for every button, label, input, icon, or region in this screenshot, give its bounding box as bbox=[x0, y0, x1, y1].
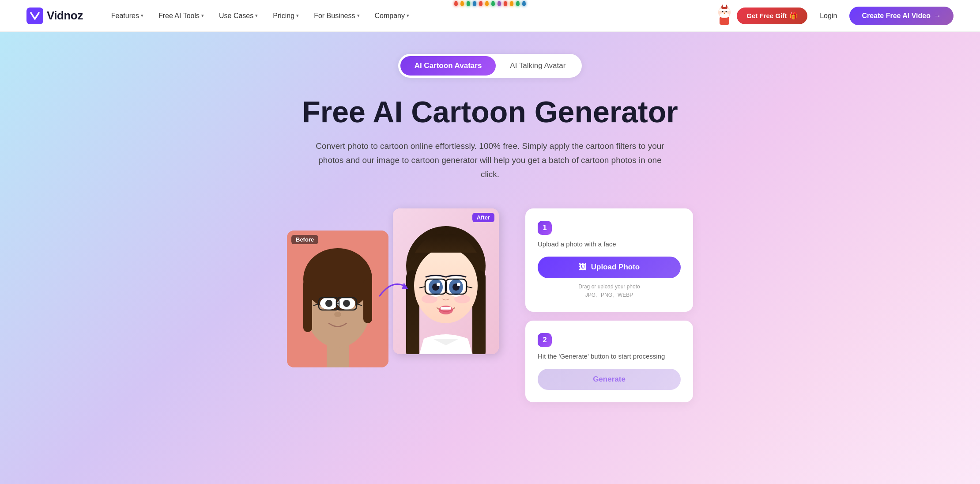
before-face-svg bbox=[287, 231, 388, 367]
create-ai-video-button[interactable]: Create Free AI Video → bbox=[849, 7, 954, 25]
chevron-down-icon: ▾ bbox=[296, 13, 299, 19]
svg-point-18 bbox=[325, 300, 332, 307]
before-after-container: Before bbox=[287, 208, 499, 367]
xmas-light-10 bbox=[516, 1, 520, 6]
upload-hint: Drag or upload your photo JPG、PNG、WEBP bbox=[538, 283, 681, 299]
tabs-container: AI Cartoon Avatars AI Talking Avatar bbox=[398, 54, 582, 78]
svg-point-8 bbox=[724, 13, 725, 14]
svg-rect-48 bbox=[441, 307, 451, 310]
svg-point-41 bbox=[457, 283, 460, 286]
xmas-light-5 bbox=[485, 1, 489, 6]
login-button[interactable]: Login bbox=[814, 8, 842, 23]
vidnoz-logo-icon bbox=[26, 8, 43, 24]
tab-ai-talking-avatar[interactable]: AI Talking Avatar bbox=[496, 56, 580, 76]
xmas-light-3 bbox=[473, 1, 476, 6]
gift-icon: 🎁 bbox=[789, 12, 798, 20]
gift-label: Get Free Gift bbox=[746, 12, 787, 19]
transform-arrow bbox=[375, 274, 411, 302]
chevron-down-icon: ▾ bbox=[357, 13, 360, 19]
step-2-label: Hit the 'Generate' button to start proce… bbox=[538, 352, 681, 360]
step-1-number: 1 bbox=[538, 221, 552, 235]
nav-links: Features▾Free AI Tools▾Use Cases▾Pricing… bbox=[105, 8, 713, 23]
chevron-down-icon: ▾ bbox=[201, 13, 204, 19]
svg-rect-14 bbox=[303, 279, 312, 332]
svg-rect-0 bbox=[26, 8, 43, 24]
nav-item-free-ai-tools[interactable]: Free AI Tools▾ bbox=[152, 8, 210, 23]
svg-point-19 bbox=[343, 300, 350, 307]
logo-text: Vidnoz bbox=[47, 9, 83, 23]
nav-item-use-cases[interactable]: Use Cases▾ bbox=[213, 8, 264, 23]
after-label: After bbox=[472, 213, 494, 222]
step-2-card: 2 Hit the 'Generate' button to start pro… bbox=[525, 321, 693, 402]
generate-button[interactable]: Generate bbox=[538, 369, 681, 390]
xmas-light-9 bbox=[510, 1, 513, 6]
step-1-card: 1 Upload a photo with a face 🖼 Upload Ph… bbox=[525, 208, 693, 312]
svg-point-25 bbox=[334, 312, 341, 317]
arrow-right-icon: → bbox=[934, 12, 941, 20]
xmas-lights bbox=[454, 0, 526, 6]
svg-rect-15 bbox=[363, 279, 372, 323]
before-label: Before bbox=[291, 235, 318, 244]
steps-panel: 1 Upload a photo with a face 🖼 Upload Ph… bbox=[525, 208, 693, 402]
content-area: Before bbox=[247, 208, 733, 402]
upload-label: Upload Photo bbox=[591, 263, 640, 272]
upload-photo-button[interactable]: 🖼 Upload Photo bbox=[538, 257, 681, 278]
xmas-light-11 bbox=[522, 1, 526, 6]
nav-item-pricing[interactable]: Pricing▾ bbox=[267, 8, 305, 23]
nav-item-features[interactable]: Features▾ bbox=[105, 8, 150, 23]
hero-subtitle: Convert photo to cartoon online effortle… bbox=[313, 139, 667, 182]
svg-marker-26 bbox=[402, 283, 408, 289]
svg-point-4 bbox=[723, 4, 726, 7]
chevron-down-icon: ▾ bbox=[407, 13, 409, 19]
svg-rect-9 bbox=[719, 9, 730, 11]
nav-item-for-business[interactable]: For Business▾ bbox=[308, 8, 366, 23]
step-1-label: Upload a photo with a face bbox=[538, 240, 681, 248]
santa-icon bbox=[712, 4, 737, 28]
chevron-down-icon: ▾ bbox=[255, 13, 258, 19]
logo[interactable]: Vidnoz bbox=[26, 8, 83, 24]
create-label: Create Free AI Video bbox=[862, 12, 931, 20]
chevron-down-icon: ▾ bbox=[141, 13, 143, 19]
xmas-light-1 bbox=[460, 1, 464, 6]
xmas-light-2 bbox=[467, 1, 470, 6]
tab-ai-cartoon-avatars[interactable]: AI Cartoon Avatars bbox=[400, 56, 496, 76]
upload-icon: 🖼 bbox=[579, 263, 587, 272]
xmas-light-8 bbox=[504, 1, 507, 6]
svg-point-40 bbox=[437, 283, 440, 286]
hero-title: Free AI Cartoon Generator bbox=[302, 95, 678, 129]
nav-actions: Get Free Gift 🎁 Login Create Free AI Vid… bbox=[712, 4, 954, 28]
svg-point-13 bbox=[303, 248, 372, 310]
get-free-gift-button[interactable]: Get Free Gift 🎁 bbox=[737, 8, 807, 24]
navbar: Vidnoz Features▾Free AI Tools▾Use Cases▾… bbox=[0, 0, 980, 32]
step-2-number: 2 bbox=[538, 333, 552, 347]
before-image: Before bbox=[287, 231, 388, 367]
hero-section: AI Cartoon Avatars AI Talking Avatar Fre… bbox=[0, 32, 980, 484]
xmas-light-6 bbox=[491, 1, 495, 6]
xmas-light-4 bbox=[479, 1, 482, 6]
xmas-light-7 bbox=[498, 1, 501, 6]
xmas-light-0 bbox=[454, 1, 458, 6]
nav-item-company[interactable]: Company▾ bbox=[369, 8, 415, 23]
gift-section: Get Free Gift 🎁 bbox=[712, 4, 807, 28]
